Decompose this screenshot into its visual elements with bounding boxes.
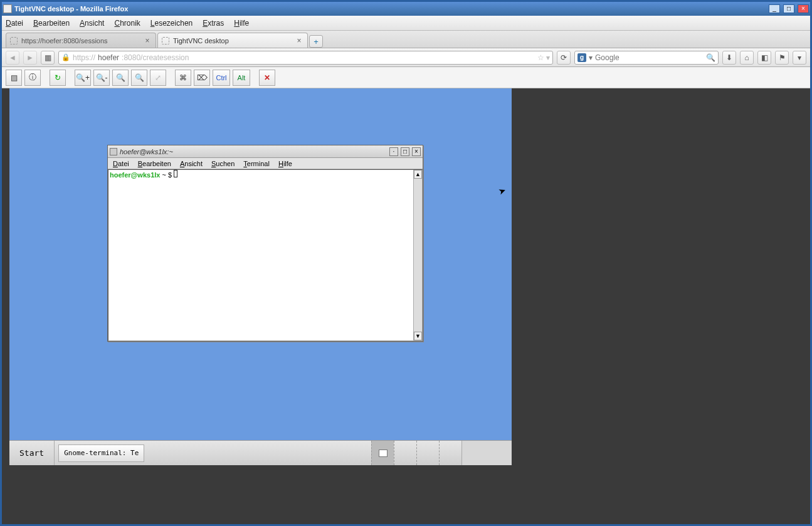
url-path: :8080/createsession (122, 53, 189, 62)
dark-margin-right (512, 88, 810, 524)
zoom-in-button[interactable]: 🔍+ (75, 70, 91, 86)
terminal-prompt-user: hoefer@wks1lx (110, 171, 160, 179)
term-menu-terminal[interactable]: Terminal (243, 160, 270, 167)
search-engine-icon[interactable]: g (577, 53, 586, 62)
vnc-options-button[interactable]: ▤ (6, 70, 22, 86)
menu-ansicht[interactable]: Ansicht (80, 19, 104, 28)
tab-label: https://hoefer:8080/sessions (21, 37, 108, 45)
terminal-close-button[interactable]: × (412, 147, 421, 156)
favicon-icon (10, 37, 18, 45)
page-id-button[interactable]: ▦ (41, 51, 55, 65)
menu-hilfe[interactable]: Hilfe (234, 19, 249, 28)
system-tray[interactable] (461, 441, 512, 465)
bookmark-star-icon[interactable]: ☆ ▾ (537, 53, 550, 62)
term-menu-hilfe[interactable]: Hilfe (278, 160, 292, 167)
terminal-body[interactable]: hoefer@wks1lx ~ $ ▲ ▼ (108, 169, 423, 341)
close-button[interactable]: × (798, 4, 809, 13)
home-button[interactable]: ⌂ (740, 51, 754, 65)
tab-close-icon[interactable]: × (295, 36, 303, 45)
term-menu-suchen[interactable]: Suchen (211, 160, 235, 167)
downloads-button[interactable]: ⬇ (722, 51, 736, 65)
start-button[interactable]: Start (9, 441, 55, 465)
tab-close-icon[interactable]: × (143, 36, 152, 45)
minimize-button[interactable]: _ (769, 4, 780, 13)
vnc-toolbar: ▤ ⓘ ↻ 🔍+ 🔍- 🔍 🔍 ⤢ ⌘ ⌦ Ctrl Alt ✕ (2, 67, 810, 88)
zoom-out-button[interactable]: 🔍- (93, 70, 110, 86)
favicon-icon (162, 37, 169, 45)
titlebar: TightVNC desktop - Mozilla Firefox _ □ × (2, 2, 810, 16)
search-placeholder: Google (595, 53, 620, 62)
dark-margin-left (2, 88, 9, 524)
terminal-titlebar[interactable]: hoefer@wks1lx:~ · □ × (108, 145, 423, 158)
workspace-2[interactable] (394, 441, 416, 465)
window-title: TightVNC desktop - Mozilla Firefox (14, 5, 766, 13)
addons-button[interactable]: ◧ (757, 51, 771, 65)
url-host: hoefer (98, 53, 119, 62)
clipboard-button[interactable]: ⌘ (175, 70, 191, 86)
ctrl-key-button[interactable]: Ctrl (213, 70, 230, 86)
dark-margin-bottom (9, 465, 512, 524)
zoom-fit-button[interactable]: 🔍 (131, 70, 147, 86)
alt-key-button[interactable]: Alt (233, 70, 250, 86)
remote-taskbar: Start Gnome-terminal: Te (9, 440, 512, 465)
terminal-menubar: Datei Bearbeiten Ansicht Suchen Terminal… (108, 158, 423, 169)
term-menu-ansicht[interactable]: Ansicht (180, 160, 203, 167)
firefox-window: TightVNC desktop - Mozilla Firefox _ □ ×… (0, 0, 812, 526)
zoom-stretch-button[interactable]: ⤢ (150, 70, 166, 86)
forward-button[interactable]: ► (23, 51, 37, 65)
feed-button[interactable]: ⚑ (775, 51, 789, 65)
tab-vnc[interactable]: TightVNC desktop × (157, 33, 308, 48)
search-box[interactable]: g ▾ Google 🔍 (574, 51, 719, 65)
term-menu-bearbeiten[interactable]: Bearbeiten (138, 160, 171, 167)
firefox-menubar: Datei Bearbeiten Ansicht Chronik Lesezei… (2, 16, 810, 31)
workspace-4[interactable] (439, 441, 461, 465)
search-dropdown-icon[interactable]: ▾ (589, 53, 593, 62)
terminal-window[interactable]: hoefer@wks1lx:~ · □ × Datei Bearbeiten A… (107, 145, 423, 342)
toolbar-overflow-icon[interactable]: ▾ (793, 51, 806, 65)
menu-datei[interactable]: Datei (6, 19, 23, 28)
terminal-prompt-sep: ~ $ (160, 171, 174, 179)
menu-chronik[interactable]: Chronik (114, 19, 140, 28)
lock-icon: 🔒 (61, 53, 70, 61)
tab-label: TightVNC desktop (173, 37, 229, 45)
vnc-info-button[interactable]: ⓘ (24, 70, 41, 86)
url-bar[interactable]: 🔒 https://hoefer:8080/createsession ☆ ▾ (58, 51, 553, 65)
workspace-pager (371, 441, 461, 465)
scroll-up-icon[interactable]: ▲ (414, 170, 422, 179)
terminal-scrollbar[interactable]: ▲ ▼ (413, 170, 422, 340)
scroll-track[interactable] (414, 179, 422, 332)
menu-bearbeiten[interactable]: Bearbeiten (33, 19, 70, 28)
new-tab-button[interactable]: + (309, 35, 323, 48)
maximize-button[interactable]: □ (783, 4, 794, 13)
menu-extras[interactable]: Extras (203, 19, 224, 28)
ctrlaltdel-button[interactable]: ⌦ (194, 70, 210, 86)
nav-toolbar: ◄ ► ▦ 🔒 https://hoefer:8080/createsessio… (2, 48, 810, 67)
vnc-remote-desktop[interactable]: hoefer@wks1lx:~ · □ × Datei Bearbeiten A… (9, 88, 512, 465)
back-button[interactable]: ◄ (6, 51, 19, 65)
workspace-3[interactable] (416, 441, 439, 465)
terminal-maximize-button[interactable]: □ (401, 147, 409, 156)
search-icon[interactable]: 🔍 (706, 53, 715, 62)
pager-window-icon (379, 450, 388, 457)
term-menu-datei[interactable]: Datei (113, 160, 129, 167)
vnc-refresh-button[interactable]: ↻ (50, 70, 66, 86)
scroll-down-icon[interactable]: ▼ (414, 332, 422, 340)
terminal-cursor (174, 170, 177, 177)
workspace-1[interactable] (371, 441, 394, 465)
remote-cursor-icon: ➤ (497, 184, 508, 196)
zoom-100-button[interactable]: 🔍 (112, 70, 129, 86)
terminal-minimize-button[interactable]: · (389, 147, 398, 156)
terminal-title: hoefer@wks1lx:~ (120, 148, 387, 155)
disconnect-button[interactable]: ✕ (259, 70, 275, 86)
page-content: hoefer@wks1lx:~ · □ × Datei Bearbeiten A… (2, 88, 810, 524)
reload-button[interactable]: ⟳ (557, 51, 571, 65)
taskbar-item-terminal[interactable]: Gnome-terminal: Te (58, 444, 144, 462)
tab-bar: https://hoefer:8080/sessions × TightVNC … (2, 31, 810, 48)
terminal-sys-icon[interactable] (110, 148, 117, 155)
menu-lesezeichen[interactable]: Lesezeichen (150, 19, 192, 28)
tab-sessions[interactable]: https://hoefer:8080/sessions × (6, 33, 156, 48)
system-menu-icon[interactable] (3, 4, 12, 13)
url-scheme: https:// (73, 53, 95, 62)
